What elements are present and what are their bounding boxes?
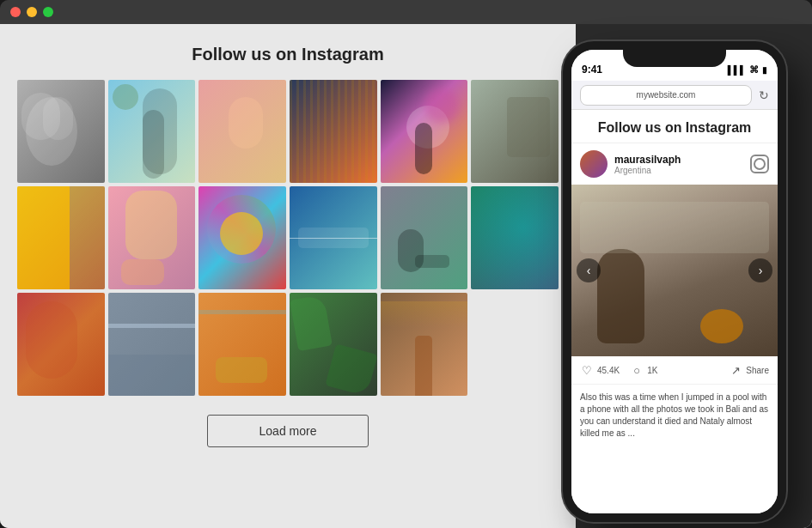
phone-page-title: Follow us on Instagram [571, 110, 778, 143]
post-header: maurasilvaph Argentina [571, 143, 778, 185]
phone-frame: 9:41 ▌▌▌ ⌘ ▮ mywebsite.com ↻ Fol [563, 41, 786, 522]
url-text: mywebsite.com [637, 90, 696, 100]
post-card: maurasilvaph Argentina [571, 143, 778, 446]
likes-count: 45.4K [597, 366, 620, 375]
status-time: 9:41 [582, 64, 602, 76]
instagram-grid [17, 80, 559, 396]
app-window: Follow us on Instagram [0, 0, 812, 528]
battery-icon: ▮ [762, 65, 767, 75]
post-image: ‹ › [571, 185, 778, 356]
post-username: maurasilvaph [614, 154, 681, 166]
grid-photo-13[interactable] [17, 293, 105, 396]
phone-page: Follow us on Instagram maurasilvaph Arge… [571, 110, 778, 513]
grid-photo-17[interactable] [381, 293, 468, 396]
wifi-icon: ⌘ [749, 64, 759, 76]
phone-browser-bar: mywebsite.com ↻ [571, 81, 778, 110]
grid-photo-12[interactable] [471, 186, 559, 289]
instagram-icon[interactable] [750, 155, 769, 173]
grid-photo-14[interactable] [108, 293, 196, 396]
grid-photo-5[interactable] [381, 80, 468, 183]
next-icon: › [759, 264, 763, 277]
phone-notch [623, 50, 726, 67]
post-nav-left[interactable]: ‹ [577, 258, 601, 282]
grid-photo-2[interactable] [108, 80, 196, 183]
grid-photo-11[interactable] [381, 186, 468, 289]
load-more-button[interactable]: Load more [207, 415, 369, 447]
refresh-icon[interactable]: ↻ [759, 88, 769, 102]
phone-mockup: 9:41 ▌▌▌ ⌘ ▮ mywebsite.com ↻ Fol [563, 41, 795, 528]
maximize-button[interactable] [43, 7, 53, 17]
share-label: Share [746, 366, 769, 375]
grid-photo-1[interactable] [17, 80, 105, 183]
close-button[interactable] [10, 7, 21, 17]
post-user-info: maurasilvaph Argentina [614, 154, 681, 175]
grid-empty-cell [471, 293, 559, 396]
grid-photo-9[interactable] [198, 186, 286, 289]
signal-icon: ▌▌▌ [728, 65, 746, 75]
share-icon: ↗ [729, 363, 742, 377]
comments-count: 1K [647, 366, 657, 375]
grid-photo-7[interactable] [17, 186, 105, 289]
comment-icon: ○ [630, 363, 644, 377]
main-content: Follow us on Instagram [0, 24, 576, 528]
post-avatar [580, 150, 607, 178]
desktop-area: Follow us on Instagram [0, 24, 812, 528]
prev-icon: ‹ [587, 264, 591, 277]
grid-photo-6[interactable] [471, 80, 559, 183]
grid-photo-3[interactable] [198, 80, 286, 183]
grid-photo-4[interactable] [290, 80, 377, 183]
comments-action[interactable]: ○ 1K [630, 363, 657, 377]
heart-icon: ♡ [580, 363, 594, 377]
status-icons: ▌▌▌ ⌘ ▮ [728, 64, 767, 76]
post-actions: ♡ 45.4K ○ 1K ↗ Share [571, 356, 778, 385]
page-title: Follow us on Instagram [192, 45, 383, 64]
share-action[interactable]: ↗ Share [729, 363, 769, 377]
minimize-button[interactable] [27, 7, 37, 17]
post-location: Argentina [614, 166, 681, 175]
post-caption: Also this was a time when I jumped in a … [571, 385, 778, 446]
grid-photo-16[interactable] [290, 293, 377, 396]
titlebar [0, 0, 812, 24]
grid-photo-15[interactable] [198, 293, 286, 396]
grid-photo-8[interactable] [108, 186, 196, 289]
post-nav-right[interactable]: › [748, 258, 772, 282]
browser-url: mywebsite.com [580, 85, 752, 106]
grid-photo-10[interactable] [290, 186, 377, 289]
likes-action[interactable]: ♡ 45.4K [580, 363, 620, 377]
